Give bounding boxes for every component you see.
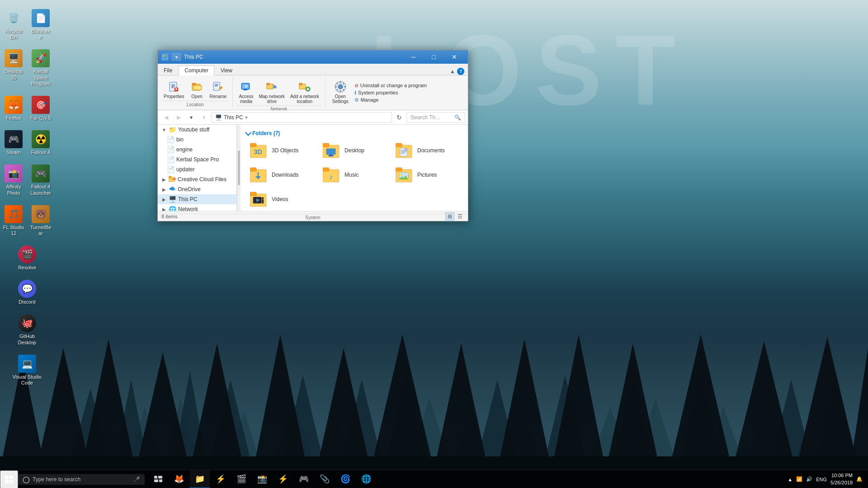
- folder-docs-label: Documents: [417, 147, 445, 154]
- refresh-button[interactable]: ↻: [394, 112, 405, 123]
- taskbar-overwolf[interactable]: 🌀: [335, 470, 355, 488]
- nav-item-updater[interactable]: 📄 updater: [158, 164, 236, 174]
- notification-icon[interactable]: 🔔: [856, 476, 863, 482]
- access-media-icon: [239, 80, 254, 94]
- nav-item-creative-cloud[interactable]: ▶ Creative Cloud Files: [158, 174, 236, 184]
- map-network-icon: [264, 80, 279, 94]
- desktop-icon-firefox[interactable]: 🦊 Firefox: [0, 92, 27, 125]
- nav-item-engine[interactable]: 📄 engine: [158, 145, 236, 155]
- folder-item-desktop[interactable]: Desktop: [319, 139, 390, 162]
- properties-button[interactable]: Properties: [161, 78, 187, 100]
- maximize-button[interactable]: □: [424, 50, 444, 64]
- taskbar-chrome[interactable]: 🌐: [356, 470, 376, 488]
- quick-down-arrow[interactable]: ▾: [171, 53, 181, 61]
- close-button[interactable]: ✕: [444, 50, 464, 64]
- taskbar-davinci[interactable]: 🎬: [231, 470, 251, 488]
- taskbar-explorer[interactable]: 📁: [190, 470, 210, 488]
- properties-label: Properties: [164, 94, 184, 99]
- taskbar-clock[interactable]: 10:06 PM 5/26/2018: [830, 472, 853, 486]
- search-circle-icon: ◯: [23, 476, 30, 483]
- nav-item-kerbal[interactable]: 📄 Kerbal Space Pro: [158, 155, 236, 164]
- help-button[interactable]: ?: [457, 68, 464, 75]
- recent-locations-button[interactable]: ▾: [186, 112, 197, 123]
- ribbon-collapse-btn[interactable]: ▲: [450, 68, 455, 75]
- desktop-icon-desktop3d[interactable]: 🖥️ Desktop 3D: [0, 46, 27, 90]
- tab-computer[interactable]: Computer: [179, 66, 214, 75]
- svg-rect-131: [158, 476, 162, 479]
- desktop-icon-resolve[interactable]: 🎬 Resolve: [9, 242, 45, 274]
- desktop-icon-fallout4l[interactable]: 🎮 Fallout 4 Launcher: [27, 161, 54, 199]
- nav-item-bin[interactable]: 📄 bin: [158, 135, 236, 145]
- access-media-button[interactable]: Accessmedia: [236, 78, 255, 105]
- back-button[interactable]: ◀: [160, 112, 171, 123]
- manage-button[interactable]: ⚙ Manage: [352, 97, 429, 103]
- minimize-button[interactable]: ─: [403, 50, 424, 64]
- taskbar-unity[interactable]: 🎮: [294, 470, 314, 488]
- tray-expand-icon[interactable]: ▲: [788, 477, 793, 482]
- nav-item-this-pc[interactable]: ▶ 🖥️ This PC: [158, 194, 236, 204]
- rename-button[interactable]: Rename: [208, 78, 229, 100]
- desktop-icon-vscode[interactable]: 💻 Visual Studio Code: [9, 351, 45, 389]
- folder-item-music[interactable]: ♪ Music: [319, 164, 390, 186]
- search-box[interactable]: Search Th... 🔍: [406, 112, 465, 123]
- folder-item-downloads[interactable]: Downloads: [246, 164, 317, 186]
- system-props-button[interactable]: ℹ System properties: [352, 89, 429, 96]
- taskbar-firefox[interactable]: 🦊: [169, 470, 189, 488]
- open-settings-button[interactable]: OpenSettings: [329, 78, 352, 105]
- desktop-icon-steam[interactable]: 🎮 Steam: [0, 127, 27, 159]
- manage-icon: ⚙: [354, 97, 359, 103]
- desktop-icon-flstudio[interactable]: 🎵 FL Studio 12: [0, 202, 27, 240]
- svg-point-80: [338, 84, 343, 89]
- location-buttons: Properties Open: [161, 77, 229, 101]
- language-indicator[interactable]: ENG: [816, 477, 827, 482]
- desktop-icon-recycle-bin[interactable]: 🗑️ Recycle Bin: [0, 5, 27, 44]
- forward-button[interactable]: ▶: [173, 112, 184, 123]
- svg-point-91: [172, 179, 173, 180]
- desktop-icon-kerbal[interactable]: 🚀 Kerbal Space Program: [27, 46, 54, 90]
- folder-3d-label: 3D Objects: [272, 147, 298, 154]
- nav-item-youtube-stuff[interactable]: ▼ 📁 Youtube stuff: [158, 125, 236, 135]
- desktop3d-label: Desktop 3D: [3, 69, 24, 80]
- desktop-icon-discord[interactable]: 💬 Discord: [9, 276, 45, 309]
- vscode-label: Visual Studio Code: [12, 374, 42, 386]
- taskbar-pin1[interactable]: ⚡: [211, 470, 231, 488]
- tab-view[interactable]: View: [215, 65, 238, 75]
- uninstall-button[interactable]: ⊖ Uninstall or change a program: [352, 82, 429, 89]
- volume-tray-icon[interactable]: 🔊: [806, 476, 812, 482]
- nav-label-engine: engine: [176, 146, 193, 153]
- desktop-icon-tunnelbear[interactable]: 🐻 TunnelBear: [27, 202, 54, 240]
- folder-item-3d-objects[interactable]: 3D 3D Objects: [246, 139, 317, 162]
- add-network-button[interactable]: Add a networklocation: [288, 78, 321, 105]
- this-pc-icon: 🖥️: [169, 196, 176, 203]
- nav-label-bin: bin: [176, 136, 184, 143]
- folder-item-videos[interactable]: Videos: [246, 188, 317, 211]
- taskbar-clip[interactable]: 📎: [315, 470, 335, 488]
- tab-file[interactable]: File: [158, 65, 178, 75]
- sys-props-label: System properties: [358, 90, 398, 95]
- task-view-button[interactable]: [148, 470, 168, 488]
- address-breadcrumb[interactable]: 🖥️ This PC ▾: [211, 112, 392, 123]
- nav-item-onedrive[interactable]: ▶ OneDrive: [158, 184, 236, 194]
- engine-icon: 📄: [167, 146, 175, 153]
- desktop-icon-farcry5[interactable]: 🎯 Far Cry 5: [27, 92, 54, 125]
- nav-item-network[interactable]: ▶ 🌐 Network: [158, 204, 236, 211]
- map-network-button[interactable]: Map networkdrive: [257, 78, 287, 105]
- taskbar-affinity[interactable]: 📸: [252, 470, 272, 488]
- desktop-icon-github[interactable]: 🐙 GitHub Desktop: [9, 310, 45, 349]
- folder-3d-icon: 3D: [250, 142, 268, 159]
- add-network-label: Add a networklocation: [290, 94, 319, 104]
- vscode-icon: 💻: [18, 355, 36, 373]
- start-button[interactable]: [0, 470, 18, 488]
- desktop-icon-fallout4[interactable]: ☢️ Fallout 4: [27, 127, 54, 159]
- taskbar-apps: 🦊 📁 ⚡ 🎬 📸 ⚡ 🎮 📎 🌀 🌐: [148, 470, 782, 488]
- folder-item-pictures[interactable]: Pictures: [392, 164, 462, 186]
- taskbar-blade[interactable]: ⚡: [273, 470, 293, 488]
- nav-scrollbar[interactable]: [237, 125, 241, 211]
- updater-icon: 📄: [167, 166, 175, 173]
- folder-item-documents[interactable]: Documents: [392, 139, 462, 162]
- open-button[interactable]: Open: [188, 78, 207, 100]
- taskbar-search[interactable]: ◯ Type here to search 🎤: [18, 474, 145, 485]
- desktop-icon-blank-exe[interactable]: 📄 Blank.exe: [27, 5, 54, 44]
- desktop-icon-affinity[interactable]: 📸 Affinity Photo: [0, 161, 27, 199]
- up-button[interactable]: ↑: [198, 112, 209, 123]
